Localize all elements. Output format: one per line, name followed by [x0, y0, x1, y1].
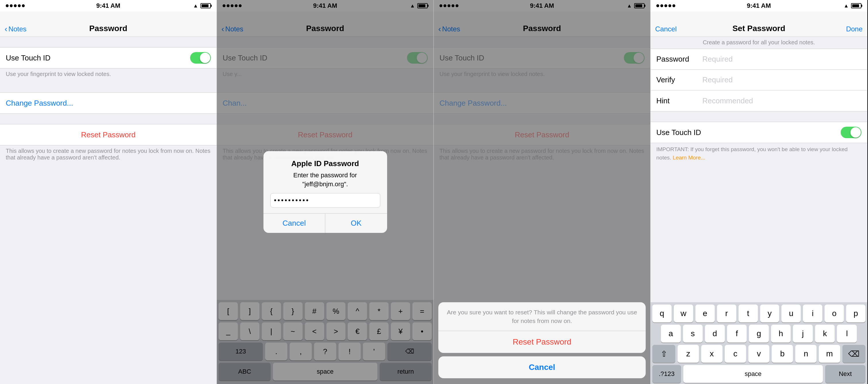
verify-placeholder-4[interactable]: Required: [702, 76, 733, 84]
kb-u[interactable]: u: [781, 304, 801, 322]
hint-label-4: Hint: [656, 96, 702, 105]
password-row-4: Password Required: [651, 49, 867, 70]
gap-1a: [0, 37, 217, 47]
alert-ok-btn-2[interactable]: OK: [325, 214, 387, 233]
kb-w[interactable]: w: [674, 304, 693, 322]
cancel-button-4[interactable]: Cancel: [655, 25, 677, 33]
touch-id-row-4: Use Touch ID: [651, 122, 867, 143]
battery-icon-4: [851, 3, 861, 8]
learn-more-4[interactable]: Learn More...: [673, 155, 705, 160]
reset-pwd-label-1[interactable]: Reset Password: [6, 130, 211, 139]
status-right-1: ▲: [193, 3, 211, 9]
action-sheet-overlay-3: Are you sure you want to reset? This wil…: [434, 0, 650, 384]
alert-content-2: Apple ID Password Enter the password for…: [264, 151, 387, 214]
battery-icon-1: [200, 3, 211, 8]
password-label-4: Password: [656, 55, 702, 64]
content-4: Create a password for all your locked no…: [651, 37, 867, 302]
touch-id-label-1: Use Touch ID: [6, 54, 190, 62]
kb-i[interactable]: i: [803, 304, 822, 322]
set-pwd-header-4: Create a password for all your locked no…: [651, 37, 867, 49]
touch-id-desc-1: Use your fingerprint to view locked note…: [0, 68, 217, 82]
screen-4: 9:41 AM ▲ Cancel Set Password Done Creat…: [651, 0, 867, 384]
kb-row-4-1: q w e r t y u i o p: [652, 304, 865, 322]
kb-x[interactable]: x: [701, 345, 722, 363]
kb-o[interactable]: o: [825, 304, 844, 322]
reset-pwd-group-1: Reset Password: [0, 124, 217, 145]
kb-m[interactable]: m: [819, 345, 840, 363]
kb-j[interactable]: j: [793, 325, 813, 343]
kb-delete-4[interactable]: ⌫: [842, 345, 865, 363]
kb-n[interactable]: n: [795, 345, 816, 363]
status-left-4: [656, 4, 675, 7]
kb-v[interactable]: v: [748, 345, 770, 363]
signal-dots-1: [6, 4, 25, 7]
kb-a[interactable]: a: [661, 325, 681, 343]
cancel-sheet-btn-3[interactable]: Cancel: [438, 356, 646, 378]
kb-p[interactable]: p: [846, 304, 865, 322]
status-left-1: [6, 4, 25, 7]
reset-pwd-row-1[interactable]: Reset Password: [0, 124, 217, 145]
touch-id-toggle-1[interactable]: [190, 52, 211, 64]
dot4-2: [660, 4, 663, 7]
kb-y[interactable]: y: [760, 304, 779, 322]
kb-space-4[interactable]: space: [683, 365, 823, 383]
kb-s[interactable]: s: [683, 325, 703, 343]
kb-g[interactable]: g: [749, 325, 769, 343]
battery-fill-1: [202, 4, 209, 7]
kb-d[interactable]: d: [705, 325, 725, 343]
important-text-4: IMPORTANT: If you forget this password, …: [651, 143, 867, 167]
battery-tip-4: [861, 5, 862, 7]
touch-id-toggle-4[interactable]: [841, 127, 861, 138]
change-pwd-label-1[interactable]: Change Password...: [6, 99, 73, 108]
back-button-1[interactable]: ‹ Notes: [5, 25, 27, 33]
kb-row-4-4: .?123 space Next: [652, 365, 865, 383]
nav-title-4: Set Password: [733, 24, 785, 33]
kb-fn-4[interactable]: .?123: [652, 365, 681, 383]
kb-next-4[interactable]: Next: [825, 365, 865, 383]
kb-b[interactable]: b: [772, 345, 793, 363]
action-sheet-title-3: Are you sure you want to reset? This wil…: [438, 302, 646, 331]
reset-pwd-sheet-btn-3[interactable]: Reset Password: [438, 331, 646, 353]
change-pwd-row-1[interactable]: Change Password...: [0, 93, 217, 113]
cancel-label-4[interactable]: Cancel: [655, 25, 677, 33]
kb-z[interactable]: z: [678, 345, 699, 363]
nav-bar-4: Cancel Set Password Done: [651, 11, 867, 37]
alert-input-2[interactable]: [270, 193, 380, 208]
dot4-1: [656, 4, 659, 7]
form-section-4: Password Required Verify Required Hint R…: [651, 49, 867, 111]
touch-id-group-1: Use Touch ID: [0, 47, 217, 68]
screen-2: 9:41 AM ▲ ‹ Notes Password Use Touch ID: [217, 0, 434, 384]
kb-q[interactable]: q: [652, 304, 672, 322]
hint-placeholder-4[interactable]: Recommended: [702, 96, 753, 105]
dot4-5: [673, 4, 675, 7]
status-right-4: ▲: [843, 3, 861, 9]
wifi-icon-1: ▲: [193, 3, 198, 9]
battery-tip-1: [211, 5, 212, 7]
kb-e[interactable]: e: [695, 304, 715, 322]
kb-r[interactable]: r: [717, 304, 736, 322]
kb-shift[interactable]: ⇧: [652, 345, 675, 363]
touch-id-group-4: Use Touch ID: [651, 122, 867, 143]
dot4: [18, 4, 21, 7]
kb-h[interactable]: h: [771, 325, 791, 343]
kb-t[interactable]: t: [739, 304, 758, 322]
status-bar-1: 9:41 AM ▲: [0, 0, 217, 11]
alert-cancel-btn-2[interactable]: Cancel: [264, 214, 326, 233]
alert-overlay-2: Apple ID Password Enter the password for…: [217, 0, 433, 384]
status-time-1: 9:41 AM: [96, 2, 121, 9]
nav-title-1: Password: [89, 24, 127, 33]
dot3: [14, 4, 17, 7]
verify-row-4: Verify Required: [651, 70, 867, 90]
back-label-1[interactable]: Notes: [8, 25, 27, 33]
kb-l[interactable]: l: [837, 325, 857, 343]
content-1: Use Touch ID Use your fingerprint to vie…: [0, 37, 217, 384]
dot1: [6, 4, 9, 7]
kb-k[interactable]: k: [815, 325, 835, 343]
dot4-4: [669, 4, 671, 7]
alert-message-2: Enter the password for"jeff@bnjm.org".: [270, 171, 380, 189]
hint-row-4: Hint Recommended: [651, 90, 867, 111]
kb-c[interactable]: c: [725, 345, 746, 363]
done-button-4[interactable]: Done: [846, 25, 863, 33]
password-placeholder-4[interactable]: Required: [702, 55, 733, 64]
kb-f[interactable]: f: [727, 325, 747, 343]
